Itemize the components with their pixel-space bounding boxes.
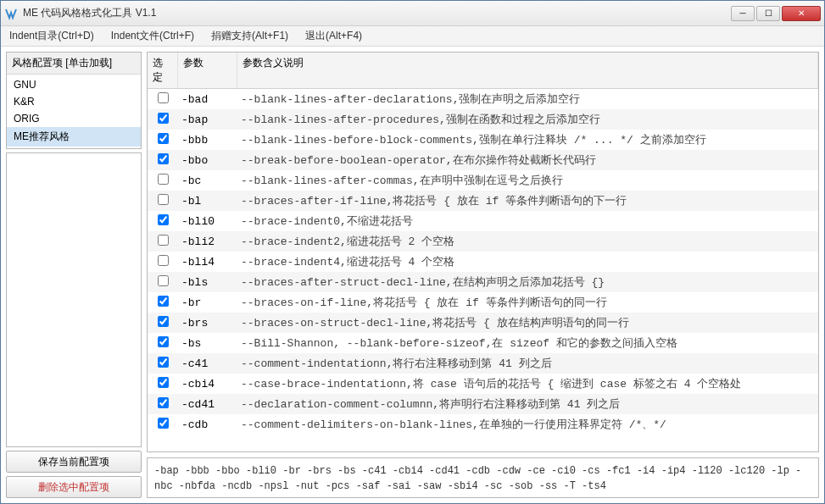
grid-row: -bls--braces-after-struct-decl-line,在结构声… xyxy=(148,272,818,292)
row-desc: --braces-on-struct-decl-line,将花括号 { 放在结构… xyxy=(237,315,818,330)
delete-preset-button[interactable]: 删除选中配置项 xyxy=(6,476,142,498)
row-checkbox[interactable] xyxy=(158,377,169,388)
row-desc: --declaration-comment-columnn,将声明行右注释移动到… xyxy=(237,396,818,412)
row-desc: --braces-on-if-line,将花括号 { 放在 if 等条件判断语句… xyxy=(237,295,818,310)
grid-row: -bli4--brace-indent4,缩进花括号 4 个空格 xyxy=(148,252,818,272)
row-param: -bs xyxy=(178,337,237,350)
left-spacer xyxy=(6,152,142,447)
row-desc: --braces-after-if-line,将花括号 { 放在 if 等条件判… xyxy=(237,193,818,208)
right-panel: 选定 参数 参数含义说明 -bad--blank-lines-after-dec… xyxy=(147,52,819,498)
row-desc: --brace-indent4,缩进花括号 4 个空格 xyxy=(237,254,818,269)
grid-row: -bs--Bill-Shannon, --blank-before-sizeof… xyxy=(148,333,818,353)
row-desc: --blank-lines-before-block-comments,强制在单… xyxy=(237,132,818,147)
row-param: -bli0 xyxy=(178,215,237,228)
row-desc: --break-before-boolean-operator,在布尔操作符处截… xyxy=(237,152,818,168)
row-checkbox[interactable] xyxy=(158,153,169,164)
preset-list: GNUK&RORIGME推荐风格 xyxy=(7,75,141,148)
window-controls: ─ ☐ ✕ xyxy=(731,6,821,21)
titlebar: ME 代码风格格式化工具 V1.1 ─ ☐ ✕ xyxy=(1,1,824,26)
save-preset-button[interactable]: 保存当前配置项 xyxy=(6,451,142,473)
grid-row: -bbb--blank-lines-before-block-comments,… xyxy=(148,130,818,150)
grid-row: -cdb--comment-delimiters-on-blank-lines,… xyxy=(148,414,818,435)
header-desc: 参数含义说明 xyxy=(237,53,818,88)
grid-row: -c41--comment-indentationn,将行右注释移动到第 41 … xyxy=(148,353,818,374)
row-param: -cdb xyxy=(178,418,237,431)
grid-row: -bad--blank-lines-after-declarations,强制在… xyxy=(148,89,818,109)
row-checkbox[interactable] xyxy=(158,92,169,103)
grid-body[interactable]: -bad--blank-lines-after-declarations,强制在… xyxy=(148,89,818,452)
app-window: ME 代码风格格式化工具 V1.1 ─ ☐ ✕ Indent目录(Ctrl+D)… xyxy=(0,0,825,504)
row-param: -cbi4 xyxy=(178,378,237,390)
row-param: -bli4 xyxy=(178,256,237,269)
content-area: 风格配置项 [单击加载] GNUK&RORIGME推荐风格 保存当前配置项 删除… xyxy=(1,47,824,503)
menubar: Indent目录(Ctrl+D) Indent文件(Ctrl+F) 捐赠支持(A… xyxy=(1,26,824,47)
grid-row: -bli2--brace-indent2,缩进花括号 2 个空格 xyxy=(148,231,818,252)
row-checkbox[interactable] xyxy=(158,255,169,266)
window-title: ME 代码风格格式化工具 V1.1 xyxy=(23,6,731,20)
grid-header: 选定 参数 参数含义说明 xyxy=(148,53,818,89)
row-param: -c41 xyxy=(178,357,237,370)
row-param: -bls xyxy=(178,276,237,289)
header-selected: 选定 xyxy=(148,53,178,88)
row-param: -bc xyxy=(178,174,237,187)
preset-item[interactable]: ORIG xyxy=(7,110,141,127)
row-desc: --case-brace-indentationn,将 case 语句后的花括号… xyxy=(237,376,818,391)
menu-indent-dir[interactable]: Indent目录(Ctrl+D) xyxy=(6,27,98,45)
row-desc: --brace-indent2,缩进花括号 2 个空格 xyxy=(237,234,818,249)
row-desc: --blank-lines-after-commas,在声明中强制在逗号之后换行 xyxy=(237,173,818,188)
grid-row: -bap--blank-lines-after-procedures,强制在函数… xyxy=(148,109,818,130)
grid-row: -bli0--brace-indent0,不缩进花括号 xyxy=(148,211,818,231)
menu-exit[interactable]: 退出(Alt+F4) xyxy=(302,27,365,45)
row-checkbox[interactable] xyxy=(158,174,169,185)
left-panel: 风格配置项 [单击加载] GNUK&RORIGME推荐风格 保存当前配置项 删除… xyxy=(6,52,142,498)
row-param: -br xyxy=(178,296,237,309)
grid-row: -brs--braces-on-struct-decl-line,将花括号 { … xyxy=(148,313,818,333)
row-checkbox[interactable] xyxy=(158,357,169,368)
row-param: -brs xyxy=(178,317,237,330)
summary-box: -bap -bbb -bbo -bli0 -br -brs -bs -c41 -… xyxy=(147,457,819,498)
row-checkbox[interactable] xyxy=(158,194,169,205)
params-grid: 选定 参数 参数含义说明 -bad--blank-lines-after-dec… xyxy=(147,52,819,452)
menu-donate[interactable]: 捐赠支持(Alt+F1) xyxy=(208,27,292,45)
row-checkbox[interactable] xyxy=(158,113,169,124)
grid-row: -cd41--declaration-comment-columnn,将声明行右… xyxy=(148,394,818,414)
preset-item[interactable]: K&R xyxy=(7,93,141,110)
row-checkbox[interactable] xyxy=(158,133,169,144)
grid-row: -bbo--break-before-boolean-operator,在布尔操… xyxy=(148,150,818,170)
header-param: 参数 xyxy=(178,53,237,88)
row-checkbox[interactable] xyxy=(158,275,169,286)
preset-groupbox: 风格配置项 [单击加载] GNUK&RORIGME推荐风格 xyxy=(6,52,142,149)
row-desc: --Bill-Shannon, --blank-before-sizeof,在 … xyxy=(237,335,818,351)
preset-item[interactable]: ME推荐风格 xyxy=(7,127,141,147)
row-checkbox[interactable] xyxy=(158,397,169,408)
row-param: -bbb xyxy=(178,134,237,147)
grid-row: -br--braces-on-if-line,将花括号 { 放在 if 等条件判… xyxy=(148,292,818,313)
row-desc: --comment-delimiters-on-blank-lines,在单独的… xyxy=(237,417,818,432)
row-checkbox[interactable] xyxy=(158,336,169,347)
close-button[interactable]: ✕ xyxy=(782,6,821,21)
app-icon xyxy=(4,7,18,20)
row-param: -bap xyxy=(178,114,237,126)
row-param: -bbo xyxy=(178,154,237,167)
row-checkbox[interactable] xyxy=(158,418,169,429)
grid-row: -cbi4--case-brace-indentationn,将 case 语句… xyxy=(148,374,818,394)
maximize-button[interactable]: ☐ xyxy=(756,6,780,21)
grid-row: -bl--braces-after-if-line,将花括号 { 放在 if 等… xyxy=(148,191,818,211)
row-desc: --brace-indent0,不缩进花括号 xyxy=(237,213,818,229)
row-checkbox[interactable] xyxy=(158,214,169,225)
preset-item[interactable]: GNU xyxy=(7,76,141,93)
preset-title: 风格配置项 [单击加载] xyxy=(7,53,141,75)
row-desc: --blank-lines-after-declarations,强制在声明之后… xyxy=(237,91,818,107)
grid-row: -bc--blank-lines-after-commas,在声明中强制在逗号之… xyxy=(148,170,818,191)
row-checkbox[interactable] xyxy=(158,235,169,246)
row-checkbox[interactable] xyxy=(158,316,169,327)
minimize-button[interactable]: ─ xyxy=(731,6,755,21)
row-desc: --blank-lines-after-procedures,强制在函数和过程之… xyxy=(237,112,818,127)
row-param: -bad xyxy=(178,93,237,106)
row-param: -cd41 xyxy=(178,398,237,411)
row-checkbox[interactable] xyxy=(158,296,169,307)
row-param: -bl xyxy=(178,195,237,208)
row-param: -bli2 xyxy=(178,235,237,248)
menu-indent-file[interactable]: Indent文件(Ctrl+F) xyxy=(108,27,198,45)
row-desc: --comment-indentationn,将行右注释移动到第 41 列之后 xyxy=(237,356,818,371)
